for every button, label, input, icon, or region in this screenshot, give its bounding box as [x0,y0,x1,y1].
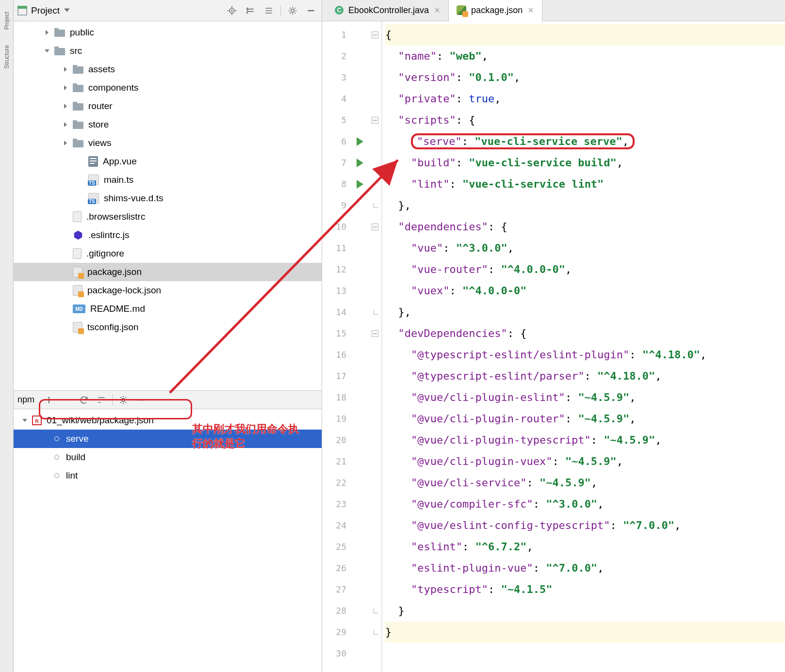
folder-icon [54,27,65,38]
tree-item-label: views [88,138,112,148]
tree-item[interactable]: TSshims-vue.d.ts [14,189,322,208]
tool-tab-bar: Project Structure [0,0,14,672]
tree-item-label: package.json [87,267,142,277]
tree-item[interactable]: App.vue [14,152,322,171]
folder-icon [73,119,83,130]
remove-icon[interactable] [60,393,73,407]
annotation-note: 其中刚才我们用命令执行的就是它 [192,422,299,450]
gutter-line-numbers: 1234567891011121314151617181920212223242… [322,21,351,672]
gutter-run[interactable] [351,21,369,672]
project-icon [17,6,27,16]
tree-item-label: src [70,46,82,56]
markdown-icon: MD [73,304,85,313]
gutter-fold[interactable] [369,21,382,672]
tree-item[interactable]: src [14,42,322,60]
bullet-icon [54,436,59,441]
npm-title: npm [17,395,34,405]
run-gutter-icon[interactable] [357,180,363,189]
chevron-down-icon[interactable] [43,47,51,55]
npm-script-lint[interactable]: lint [14,466,322,485]
chevron-right-icon[interactable] [61,139,70,147]
tree-item[interactable]: assets [14,60,322,79]
svg-rect-8 [73,65,77,68]
run-gutter-icon[interactable] [357,159,363,167]
tree-item[interactable]: router [14,97,322,115]
editor[interactable]: 1234567891011121314151617181920212223242… [322,21,785,672]
tree-item[interactable]: store [14,115,322,134]
chevron-right-icon[interactable] [43,28,51,37]
tab-structure[interactable]: Structure [3,42,10,72]
tree-item[interactable]: tsconfig.json [14,318,322,336]
tree-item[interactable]: MDREADME.md [14,300,322,318]
ts-file-icon: TS [88,193,99,204]
tree-item[interactable]: package.json [14,263,322,281]
locate-icon[interactable] [225,4,239,17]
refresh-icon[interactable] [77,393,91,407]
fold-icon[interactable] [372,117,378,124]
project-tree[interactable]: publicsrcassetscomponentsrouterstoreview… [14,21,322,391]
tree-item-label: router [88,101,113,112]
fold-icon[interactable] [372,224,378,230]
json-file-icon [73,322,82,333]
svg-rect-10 [73,83,77,86]
collapse-all-icon[interactable] [262,4,276,17]
chevron-right-icon[interactable] [61,65,70,74]
add-icon[interactable] [42,393,56,407]
sort-icon[interactable] [95,393,108,407]
project-title: Project [31,5,60,16]
fold-icon[interactable] [372,330,378,337]
file-icon [73,211,82,222]
svg-point-2 [291,9,294,12]
folder-icon [73,64,83,75]
tree-item-label: assets [88,64,115,75]
tree-item[interactable]: .eslintrc.js [14,226,322,244]
settings-icon[interactable] [116,393,130,407]
chevron-down-icon[interactable] [64,5,70,16]
svg-rect-16 [73,139,77,142]
tree-item-label: store [88,119,109,130]
npm-header: npm [14,391,322,409]
tree-item[interactable]: package-lock.json [14,281,322,300]
npm-root-label: 01_wiki/web/package.json [47,415,154,426]
npm-script-build[interactable]: build [14,448,322,466]
tree-item-label: .gitignore [86,248,124,259]
tree-item-label: README.md [90,304,145,314]
tree-item[interactable]: .browserslistrc [14,208,322,226]
close-icon[interactable] [434,7,441,14]
chevron-down-icon[interactable] [20,416,29,425]
folder-icon [73,138,83,148]
minimize-icon[interactable] [134,393,147,407]
tree-item[interactable]: components [14,79,322,97]
fold-end-icon [374,310,378,315]
run-gutter-icon[interactable] [357,137,363,146]
editor-tab[interactable]: CEbookController.java [327,0,449,21]
tree-item-label: components [88,82,139,93]
chevron-right-icon[interactable] [61,83,70,92]
tab-project[interactable]: Project [3,9,10,32]
eslint-icon [73,230,83,240]
tree-item-label: shims-vue.d.ts [104,193,163,204]
editor-tab[interactable]: package.json [449,0,542,21]
tree-item[interactable]: .gitignore [14,244,322,263]
close-icon[interactable] [527,7,534,14]
chevron-right-icon[interactable] [61,102,70,111]
npm-script-label: serve [66,433,88,444]
expand-all-icon[interactable] [244,4,257,17]
folder-icon [73,82,83,93]
folder-icon [73,101,83,112]
fold-icon[interactable] [372,32,378,38]
hide-icon[interactable] [304,4,318,17]
code-area[interactable]: { "name": "web", "version": "0.1.0", "pr… [382,21,785,672]
fold-end-icon [374,630,378,635]
tree-item-label: main.ts [104,175,133,185]
fold-end-icon [374,608,378,613]
tree-item[interactable]: views [14,134,322,152]
gear-icon[interactable] [286,4,299,17]
tree-item[interactable]: public [14,23,322,42]
fold-end-icon [374,203,378,208]
chevron-right-icon[interactable] [61,120,70,129]
tree-item[interactable]: TSmain.ts [14,171,322,189]
divider [112,395,113,405]
tab-label: EbookController.java [348,5,429,16]
json-icon [457,5,466,15]
